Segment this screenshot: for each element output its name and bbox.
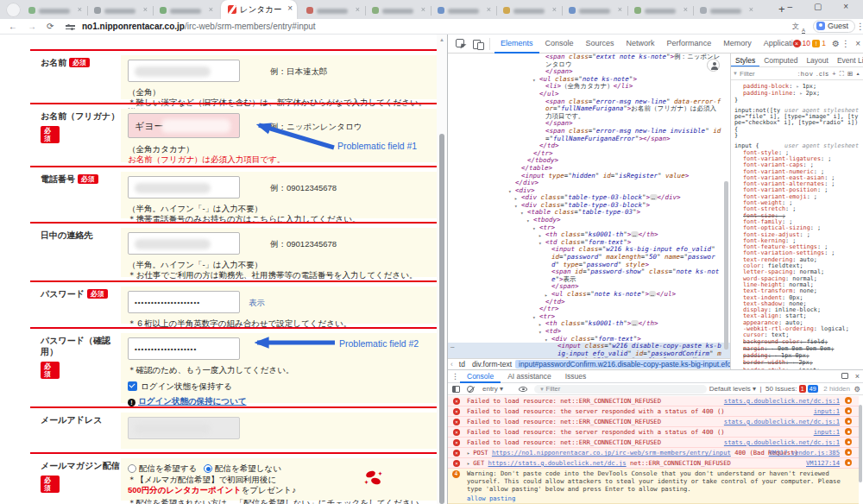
ai-insight-icon[interactable]	[845, 438, 852, 445]
show-password-link[interactable]: 表示	[249, 298, 265, 309]
tab-close-icon[interactable]: ×	[487, 5, 491, 14]
dom-node[interactable]: <span class="error-msg new-line" data-er…	[448, 98, 730, 121]
console-scrollbar-thumb[interactable]	[859, 405, 862, 482]
forward-icon[interactable]: →	[28, 22, 36, 31]
subscribe-radio[interactable]	[128, 464, 136, 473]
dom-node[interactable]: </tr>	[448, 306, 730, 313]
tab-search-circle[interactable]	[6, 3, 21, 17]
blurred-tab[interactable]: ×	[628, 3, 692, 19]
console-sidebar-icon[interactable]	[452, 386, 460, 393]
dom-node[interactable]: <span class="error-msg new-line invisibl…	[448, 128, 730, 142]
live-expression-icon[interactable]	[519, 387, 527, 392]
dom-node[interactable]: </td>	[448, 142, 730, 150]
name-input[interactable]	[128, 60, 240, 82]
page-scrollbar[interactable]: ▲	[437, 35, 447, 504]
devtools-tab-console[interactable]: Console	[539, 35, 580, 54]
scroll-up-arrow[interactable]: ▲	[439, 37, 444, 42]
style-rule-selector[interactable]: user agent stylesheetinput:not([type="fi…	[734, 108, 859, 133]
request-url-link[interactable]: https://stats.g.doubleclick.net/dc.js	[488, 459, 627, 467]
tab-close-icon[interactable]: ×	[618, 5, 622, 14]
drawer-menu-icon[interactable]: ⋮	[451, 372, 459, 381]
blurred-tab[interactable]: ×	[154, 3, 217, 19]
allow-pasting-text[interactable]: allow pasting	[467, 495, 847, 502]
drawer-tab-ai-assistance[interactable]: AI assistance	[501, 370, 558, 383]
dom-node[interactable]: <span class="extxt note ks-note">例：ニッポンレ…	[448, 54, 730, 68]
dom-node[interactable]: <li>（全角カタカナ）</li>	[448, 83, 730, 91]
styles-tab-event-listeners[interactable]: Event Listeners	[833, 54, 863, 67]
expand-icon[interactable]: ▸	[467, 460, 473, 466]
console-source-link[interactable]: stats.g.doubleclick.net/dc.js:1	[724, 438, 840, 446]
phone-input[interactable]	[128, 176, 240, 198]
daytime-phone-input[interactable]	[128, 232, 240, 255]
back-icon[interactable]: ←	[9, 22, 17, 31]
style-property[interactable]: padding: ▸ 1px 0px;	[734, 352, 859, 359]
console-source-link[interactable]: input:1	[814, 407, 840, 415]
style-property[interactable]: background-color: field;	[734, 339, 859, 345]
devtools-tab-sources[interactable]: Sources	[580, 35, 620, 54]
blurred-tab[interactable]: ×	[88, 3, 152, 19]
blurred-tab[interactable]: ×	[432, 3, 495, 19]
browser-menu-icon[interactable]: ⋮	[856, 22, 863, 31]
tab-close-icon[interactable]: ×	[287, 3, 293, 13]
dom-node[interactable]: <input type="hidden" id="isRegister" val…	[448, 173, 730, 180]
dom-node[interactable]: ▸<th class="ks0001-th">…</th>	[448, 320, 730, 328]
style-property[interactable]: margin: ▸ 0em 0em 0em 0em;	[734, 345, 859, 352]
expand-icon[interactable]: ▸	[467, 450, 473, 456]
active-tab[interactable]: レンタカー… ×	[221, 0, 297, 19]
ai-insight-icon[interactable]	[845, 428, 852, 435]
console-warning-badge[interactable]: 1	[812, 39, 826, 47]
default-levels-dropdown[interactable]: Default levels ▾	[709, 385, 756, 393]
dock-panel-icon[interactable]	[841, 373, 848, 379]
device-toolbar-icon[interactable]	[473, 39, 483, 49]
inspect-element-icon[interactable]	[456, 39, 464, 47]
blurred-tab[interactable]: ×	[694, 3, 758, 19]
style-property[interactable]: padding-block: ▸ 1px;	[734, 83, 859, 90]
email-input[interactable]	[128, 417, 240, 439]
site-info-icon[interactable]	[66, 25, 75, 31]
devtools-tab-performance[interactable]: Performance	[661, 35, 718, 54]
blurred-tab[interactable]: ×	[563, 3, 627, 19]
elements-scrollbar-thumb[interactable]	[724, 181, 728, 350]
accessibility-icon[interactable]	[707, 59, 720, 72]
devtools-close-icon[interactable]: ×	[855, 39, 860, 48]
console-source-link[interactable]: input:1	[814, 428, 840, 436]
console-source-link[interactable]: VM1127:14	[806, 459, 840, 467]
dom-node[interactable]: <span id="password-show" class="note ks-…	[448, 268, 730, 283]
drawer-tab-issues[interactable]: Issues	[558, 370, 594, 383]
scrollbar-thumb[interactable]	[439, 134, 444, 504]
devtools-menu-icon[interactable]: ⋮	[841, 39, 850, 48]
tab-close-icon[interactable]: ×	[209, 5, 213, 14]
drawer-tab-console[interactable]: Console	[460, 370, 501, 383]
dom-node[interactable]: </div>	[448, 180, 730, 187]
dom-node[interactable]: </tr>	[448, 150, 730, 158]
console-filter-input[interactable]: ▼ Filter	[534, 385, 707, 394]
blurred-tab[interactable]: ×	[300, 3, 364, 19]
selected-dom-node[interactable]: …<input class="w216 disable-copy-paste k…	[448, 343, 730, 358]
breadcrumb-item[interactable]: div.form-text	[469, 360, 515, 369]
tab-close-icon[interactable]: ×	[552, 5, 557, 14]
ai-insight-icon[interactable]	[845, 397, 852, 404]
keep-login-checkbox[interactable]	[128, 381, 137, 391]
console-source-link[interactable]: VM317 vendor.js:385	[769, 449, 840, 457]
style-property[interactable]: padding-inline: ▸ 2px;	[734, 90, 859, 97]
console-source-link[interactable]: stats.g.doubleclick.net/dc.js:1	[724, 418, 840, 425]
translate-icon[interactable]: 文A	[792, 22, 803, 32]
console-clear-icon[interactable]	[467, 386, 474, 393]
keep-login-info-link[interactable]: ログイン状態の保持について	[138, 396, 247, 406]
no-subscribe-radio[interactable]	[204, 464, 212, 473]
issues-counter[interactable]: 50 Issues: 1 49	[765, 385, 818, 393]
window-controls[interactable]: – ▢ ×	[788, 2, 858, 11]
address-bar[interactable]: no1.nipponrentacar.co.jp/irc-web/srm-mem…	[82, 22, 316, 31]
tab-close-icon[interactable]: ×	[683, 5, 688, 14]
styles-tab-computed[interactable]: Computed	[759, 54, 802, 67]
dom-node[interactable]: ▾<tbody>	[448, 217, 730, 224]
dom-node[interactable]: </td>	[448, 299, 730, 306]
blurred-tab[interactable]: ×	[366, 3, 430, 19]
ai-insight-icon[interactable]	[845, 407, 852, 414]
dom-node[interactable]: <input class="w216 ks-big-input efo_vali…	[448, 246, 730, 268]
console-error-badge[interactable]: 10	[793, 39, 810, 47]
devtools-settings-icon[interactable]: ⚙	[832, 39, 840, 48]
blurred-tab[interactable]: ×	[22, 3, 86, 19]
devtools-tab-memory[interactable]: Memory	[717, 35, 758, 54]
styles-tab-styles[interactable]: Styles	[731, 54, 759, 67]
